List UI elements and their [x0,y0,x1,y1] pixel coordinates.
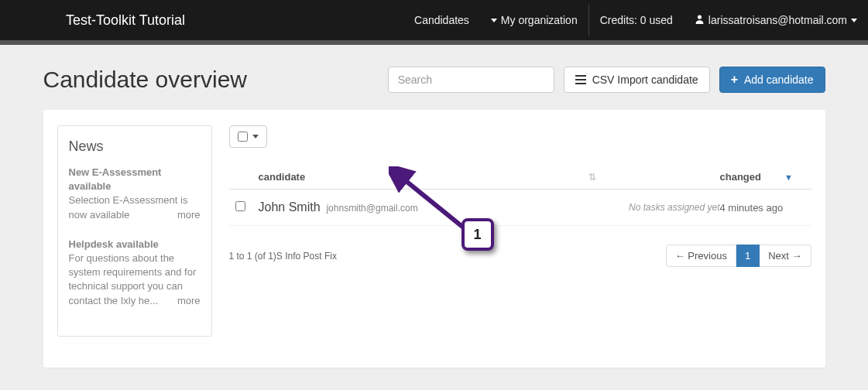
csv-import-button[interactable]: CSV Import candidate [564,67,710,93]
brand: Test-Toolkit Tutorial [66,12,185,29]
page-title: Candidate overview [43,67,247,93]
page-number[interactable]: 1 [736,245,760,267]
add-candidate-label: Add candidate [744,74,814,86]
nav-my-organization[interactable]: My organization [480,0,588,40]
nav-candidates[interactable]: Candidates [403,0,480,40]
nav-user-label: larissatroisans@hotmail.com [708,14,847,26]
topbar: Test-Toolkit Tutorial Candidates My orga… [0,0,868,40]
caret-down-icon [491,19,497,22]
news-more-link[interactable]: more [177,208,201,222]
page-next[interactable]: Next → [760,245,811,267]
bulk-select-button[interactable] [229,125,267,148]
search-input[interactable] [388,67,554,93]
topnav: Candidates My organization Credits: 0 us… [403,0,868,40]
news-more-link[interactable]: more [177,294,201,308]
main-column: candidate ⇅ changed ▼ John Smith johnsmi… [229,125,811,337]
news-item-title: New E-Assessment available [69,166,201,193]
table-header: candidate ⇅ changed ▼ [229,148,811,190]
svg-point-0 [698,15,702,19]
news-item: New E-Assessment available Selection E-A… [69,166,201,222]
sort-down-icon[interactable]: ▼ [784,173,793,182]
range-info: 1 to 1 (of 1)S Info Post Fix [229,251,337,262]
table-row[interactable]: John Smith johnsmith@gmail.com No tasks … [229,190,811,226]
list-icon [575,75,586,84]
candidate-changed: 4 minutes ago [720,202,805,214]
news-item-body: Selection E-Assessment is now available [69,194,188,220]
row-checkbox[interactable] [235,201,245,211]
col-changed[interactable]: changed [720,171,761,183]
user-icon [695,14,705,26]
news-item: Helpdesk available For questions about t… [69,238,201,308]
caret-down-icon [851,19,857,22]
csv-import-label: CSV Import candidate [592,74,698,86]
pagination: ← Previous 1 Next → [666,245,811,267]
col-candidate[interactable]: candidate [259,171,588,183]
page-prev[interactable]: ← Previous [666,245,736,267]
candidate-status: No tasks assigned yet [588,202,720,213]
bulk-checkbox[interactable] [238,132,248,142]
news-box: News New E-Assessment available Selectio… [57,125,212,337]
table-footer: 1 to 1 (of 1)S Info Post Fix ← Previous … [229,245,811,267]
candidate-name[interactable]: John Smith [259,200,321,214]
news-heading: News [69,139,201,155]
sort-icon[interactable]: ⇅ [588,172,596,183]
page-header: Candidate overview CSV Import candidate … [43,67,825,93]
nav-user[interactable]: larissatroisans@hotmail.com [684,0,868,40]
plus-icon: + [731,74,738,86]
nav-credits[interactable]: Credits: 0 used [589,0,684,40]
candidate-email[interactable]: johnsmith@gmail.com [326,203,417,214]
add-candidate-button[interactable]: + Add candidate [719,67,825,93]
news-item-title: Helpdesk available [69,238,201,251]
nav-my-organization-label: My organization [501,14,578,26]
caret-down-icon [252,135,259,139]
main-panel: News New E-Assessment available Selectio… [43,110,825,368]
